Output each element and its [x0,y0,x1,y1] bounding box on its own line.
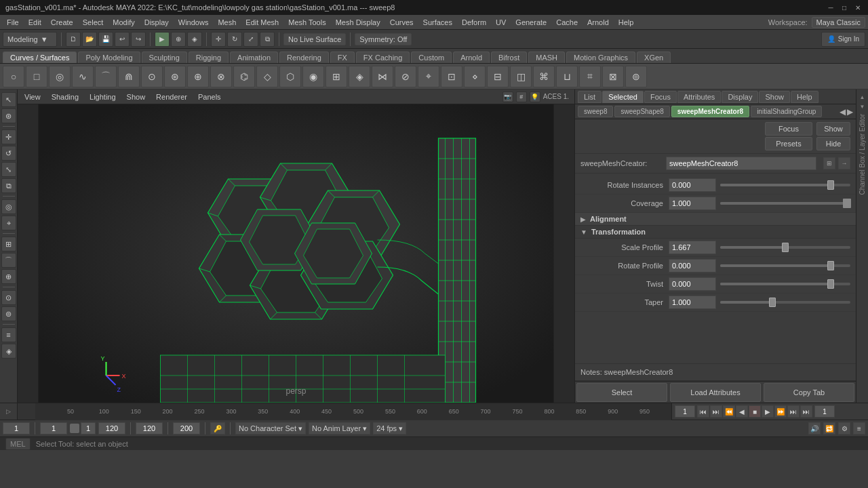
menu-display[interactable]: Display [140,17,173,28]
lasso-tool-left[interactable]: ⊛ [1,108,16,123]
shelf-icon-8[interactable]: ⊛ [164,66,186,87]
shelf-icon-19[interactable]: ⌖ [418,66,439,87]
lasso-button[interactable]: ⊕ [171,32,186,47]
rotate-button[interactable]: ↻ [227,32,242,47]
shelf-tab-curves-surfaces[interactable]: Curves / Surfaces [3,52,77,63]
symmetry-label[interactable]: Symmetry: Off [355,33,412,45]
menu-cache[interactable]: Cache [552,17,582,28]
timeline-ruler[interactable]: 50 100 150 200 250 300 350 400 450 500 5… [35,403,671,420]
copy-tab-button[interactable]: Copy Tab [764,383,854,402]
shelf-icon-20[interactable]: ⊡ [441,66,462,87]
viewport-menu-show[interactable]: Show [123,92,150,102]
no-live-surface-label[interactable]: No Live Surface [283,33,346,45]
twist-slider[interactable] [720,283,850,285]
shelf-tab-xgen[interactable]: XGen [637,52,671,63]
workspace-dropdown[interactable]: Maya Classic [812,17,865,28]
transformation-section-header[interactable]: ▼ Transformation [575,226,856,239]
viewport-camera-btn[interactable]: 📷 [502,92,513,102]
move-button[interactable]: ✛ [211,32,226,47]
shelf-icon-16[interactable]: ◈ [349,66,370,87]
attr-tab-show[interactable]: Show [759,91,790,103]
shelf-icon-12[interactable]: ◇ [256,66,278,87]
viewport-menu-renderer[interactable]: Renderer [152,92,191,102]
shelf-icon-26[interactable]: ⌗ [579,66,601,87]
viewport-canvas[interactable]: X Y Z persp [18,104,574,403]
undo-button[interactable]: ↩ [115,32,130,47]
coverage-slider[interactable] [720,202,850,205]
shelf-tab-bifrost[interactable]: Bifrost [491,52,527,63]
fps-dropdown[interactable]: 24 fps ▾ [373,422,406,434]
snap-grid-left[interactable]: ⊞ [1,237,16,251]
prefs-btn[interactable]: ≡ [853,422,865,434]
range-end-value[interactable] [81,422,96,434]
shelf-icon-5[interactable]: ⌒ [95,66,117,87]
menu-deform[interactable]: Deform [458,17,490,28]
shelf-icon-18[interactable]: ⊘ [395,66,416,87]
range-end-input[interactable] [173,422,200,434]
coverage-input[interactable] [669,197,716,210]
viewport-menu-lighting[interactable]: Lighting [85,92,120,102]
taper-slider[interactable] [720,301,850,304]
hide-button[interactable]: Hide [816,137,850,150]
rotate-profile-input[interactable] [669,259,716,272]
range-max-input[interactable] [136,422,163,434]
timeline-start-input[interactable] [675,405,695,418]
attr-tab-list[interactable]: List [578,91,601,103]
node-arrow-icon[interactable]: → [838,157,850,169]
playback-end-input[interactable] [98,422,125,434]
presets-button[interactable]: Presets [765,137,812,150]
alignment-section-header[interactable]: ▶ Alignment [575,213,856,226]
sculpt-left[interactable]: ⌖ [1,216,16,230]
node-tab-sweepmeshcreator8[interactable]: sweepMeshCreator8 [671,106,749,117]
shelf-icon-27[interactable]: ⊠ [602,66,624,87]
universal-tool-left[interactable]: ⧉ [1,178,16,193]
node-tab-initialshadinggroup[interactable]: initialShadingGroup [751,106,822,117]
maximize-button[interactable]: □ [840,3,849,12]
menu-surfaces[interactable]: Surfaces [419,17,456,28]
shelf-tab-rendering[interactable]: Rendering [279,52,329,63]
scale-tool-left[interactable]: ⤡ [1,162,16,177]
ipr-left[interactable]: ⊚ [1,306,16,321]
show-hide-left[interactable]: ◈ [1,344,16,359]
shelf-tab-fx-caching[interactable]: FX Caching [356,52,410,63]
menu-generate[interactable]: Generate [511,17,551,28]
shelf-icon-7[interactable]: ⊙ [141,66,163,87]
transport-play-btn[interactable]: ▶ [762,405,774,418]
attr-tab-attributes[interactable]: Attributes [677,91,721,103]
audio-btn[interactable]: 🔊 [808,422,821,434]
sidebar-narrow-btn1[interactable]: ▲ [858,92,867,102]
focus-button[interactable]: Focus [765,122,812,136]
viewport-light-btn[interactable]: 💡 [530,92,540,102]
rotate-instances-input[interactable] [669,178,716,192]
shelf-icon-25[interactable]: ⊔ [556,66,578,87]
shelf-tab-poly-modeling[interactable]: Poly Modeling [78,52,140,63]
minimize-button[interactable]: ─ [826,3,835,12]
transport-goto-start[interactable]: ⏮ [697,405,709,418]
menu-mesh[interactable]: Mesh [214,17,240,28]
menu-mesh-display[interactable]: Mesh Display [332,17,384,28]
anim-layer-dropdown[interactable]: No Anim Layer ▾ [309,422,370,434]
timeline-end-input[interactable] [814,405,835,418]
menu-select[interactable]: Select [79,17,108,28]
shelf-tab-motion-graphics[interactable]: Motion Graphics [566,52,635,63]
rotate-instances-slider[interactable] [720,184,850,186]
shelf-tab-arnold[interactable]: Arnold [453,52,490,63]
attr-tab-help[interactable]: Help [791,91,818,103]
outliner-left[interactable]: ≡ [1,327,16,342]
shelf-icon-13[interactable]: ⬡ [279,66,301,87]
new-scene-button[interactable]: 🗋 [66,32,81,47]
attr-tab-focus[interactable]: Focus [644,91,677,103]
shelf-icon-22[interactable]: ⊟ [487,66,509,87]
snap-point-left[interactable]: ⊕ [1,269,16,284]
menu-curves[interactable]: Curves [386,17,418,28]
scale-button[interactable]: ⤢ [243,32,258,47]
save-scene-button[interactable]: 💾 [98,32,113,47]
shelf-icon-4[interactable]: ∿ [72,66,94,87]
sign-in-button[interactable]: 👤 Sign In [821,32,865,47]
menu-help[interactable]: Help [614,17,638,28]
shelf-icon-21[interactable]: ⋄ [464,66,486,87]
viewport-menu-view[interactable]: View [20,92,45,102]
menu-edit[interactable]: Edit [24,17,45,28]
attr-tab-display[interactable]: Display [722,91,758,103]
shelf-icon-15[interactable]: ⊞ [326,66,347,87]
